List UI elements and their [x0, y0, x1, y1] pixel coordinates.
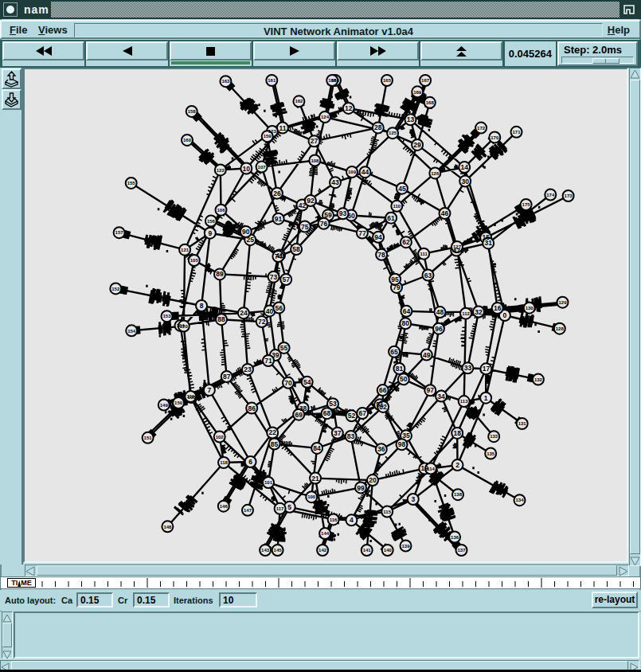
svg-text:1: 1	[484, 394, 488, 402]
step-slider-panel: Step: 2.0ms	[557, 41, 638, 66]
svg-text:0: 0	[503, 311, 507, 319]
svg-text:75: 75	[301, 223, 309, 231]
svg-text:165: 165	[383, 78, 392, 83]
zoom-in-button[interactable]	[2, 68, 21, 89]
svg-text:98: 98	[398, 440, 406, 448]
menu-help[interactable]: Help	[608, 24, 630, 36]
back-button[interactable]	[86, 41, 168, 66]
svg-text:73: 73	[270, 273, 278, 281]
message-textarea[interactable]	[14, 611, 639, 658]
network-canvas[interactable]: 0123456789101112131415161718192021222324…	[23, 68, 628, 563]
svg-text:65: 65	[390, 348, 398, 356]
vcr-toolbar: 0.045264Step: 2.0ms	[0, 40, 641, 68]
svg-text:156: 156	[207, 219, 216, 224]
title-stipple	[51, 2, 620, 18]
fast-forward-indicator	[338, 61, 417, 64]
svg-text:122: 122	[217, 168, 225, 173]
stop-button[interactable]	[170, 41, 252, 66]
scroll-thumb[interactable]	[37, 565, 617, 576]
svg-text:129: 129	[558, 300, 567, 305]
svg-text:39: 39	[272, 351, 279, 359]
rewind-indicator	[4, 61, 83, 64]
svg-text:109: 109	[348, 170, 357, 174]
svg-text:4: 4	[350, 516, 354, 524]
svg-text:12: 12	[345, 104, 353, 112]
svg-text:74: 74	[275, 252, 283, 260]
rewind-button[interactable]	[2, 41, 84, 66]
svg-text:48: 48	[436, 308, 444, 316]
svg-text:79: 79	[393, 283, 401, 291]
scroll-arrow-down-icon[interactable]	[630, 555, 640, 565]
ca-input[interactable]: 0.15	[76, 592, 113, 608]
autolayout-bar: Auto layout: Ca 0.15 Cr 0.15 Iterations …	[0, 590, 641, 611]
canvas-hscrollbar[interactable]	[25, 565, 629, 576]
svg-text:118: 118	[220, 460, 228, 465]
menu-file[interactable]: File	[10, 24, 27, 36]
svg-text:28: 28	[374, 123, 382, 131]
zoom-out-button[interactable]	[2, 89, 21, 110]
step-label: Step: 2.0ms	[564, 44, 622, 56]
svg-text:154: 154	[127, 329, 136, 334]
time-slider-tag[interactable]: TIME	[7, 578, 36, 588]
svg-text:16: 16	[494, 304, 502, 312]
message-vscrollbar[interactable]	[2, 611, 13, 658]
svg-text:115: 115	[383, 510, 391, 514]
svg-text:162: 162	[295, 99, 303, 104]
svg-text:32: 32	[475, 308, 483, 316]
step-slider-thumb[interactable]	[592, 58, 620, 64]
svg-text:88: 88	[217, 315, 225, 323]
svg-text:146: 146	[220, 504, 229, 509]
menu-views[interactable]: Views	[38, 24, 68, 36]
svg-text:13: 13	[407, 115, 415, 123]
title-bar[interactable]: nam	[0, 0, 641, 19]
svg-text:77: 77	[358, 229, 366, 237]
svg-text:136: 136	[451, 535, 459, 540]
svg-text:131: 131	[518, 421, 527, 426]
svg-text:145: 145	[274, 548, 283, 553]
back-icon	[86, 41, 168, 61]
svg-text:66: 66	[379, 386, 387, 394]
fast-forward-icon	[337, 41, 419, 61]
svg-text:93: 93	[339, 209, 347, 217]
fast-forward-end-indicator	[422, 61, 501, 64]
maximize-icon[interactable]	[621, 2, 637, 17]
iterations-input[interactable]: 10	[219, 592, 257, 608]
scroll-arrow-right-icon[interactable]	[618, 565, 628, 576]
play-button[interactable]	[253, 41, 335, 66]
canvas-vscrollbar[interactable]	[629, 68, 641, 566]
window-title: nam	[24, 3, 49, 16]
cr-label: Cr	[118, 596, 127, 605]
svg-text:173: 173	[565, 193, 573, 198]
svg-text:111: 111	[420, 252, 428, 256]
time-slider-ruler[interactable]: TIME	[0, 576, 641, 589]
svg-text:157: 157	[115, 230, 124, 235]
svg-text:102: 102	[216, 435, 225, 440]
scroll-arrow-up-icon[interactable]	[630, 68, 640, 79]
scroll-thumb[interactable]	[2, 623, 12, 647]
scroll-arrow-left-icon[interactable]	[25, 565, 36, 576]
svg-text:150: 150	[174, 400, 183, 405]
svg-text:89: 89	[216, 270, 224, 278]
svg-text:35: 35	[402, 432, 410, 440]
svg-text:45: 45	[398, 185, 406, 193]
step-slider[interactable]	[561, 57, 634, 64]
cr-input[interactable]: 0.15	[133, 592, 170, 608]
svg-text:125: 125	[389, 131, 397, 135]
svg-text:40: 40	[266, 307, 274, 315]
fast-forward-end-button[interactable]	[420, 41, 502, 66]
play-indicator	[255, 61, 334, 64]
fast-forward-button[interactable]	[337, 41, 419, 66]
svg-text:92: 92	[307, 197, 315, 205]
scroll-arrow-down-icon[interactable]	[2, 648, 12, 658]
window-menu-icon[interactable]	[3, 2, 18, 17]
svg-text:61: 61	[387, 214, 395, 222]
relayout-button[interactable]: re-layout	[592, 592, 638, 608]
svg-text:144: 144	[321, 531, 330, 536]
svg-text:91: 91	[275, 215, 283, 223]
svg-text:86: 86	[248, 404, 256, 412]
svg-text:23: 23	[244, 365, 252, 373]
svg-text:143: 143	[261, 548, 270, 553]
scroll-thumb[interactable]	[630, 80, 640, 554]
svg-text:10: 10	[243, 165, 251, 173]
scroll-arrow-up-icon[interactable]	[2, 612, 12, 622]
